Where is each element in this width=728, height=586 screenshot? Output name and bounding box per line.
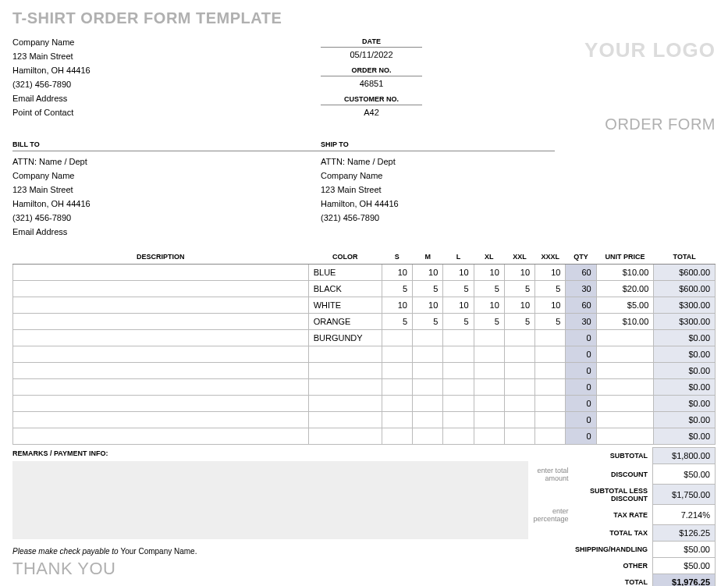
taxrate-value[interactable]: 7.214%	[653, 505, 716, 525]
cell-color[interactable]: BLACK	[308, 281, 382, 297]
cell-description[interactable]	[13, 412, 309, 428]
cell-color[interactable]	[308, 346, 382, 363]
cell-xl[interactable]: 10	[474, 297, 504, 314]
cell-xxl[interactable]	[504, 396, 534, 412]
cell-s[interactable]	[382, 428, 412, 445]
cell-xl[interactable]	[474, 363, 504, 379]
cell-xxl[interactable]	[504, 346, 534, 363]
cell-description[interactable]	[13, 281, 309, 297]
cell-description[interactable]	[13, 265, 309, 281]
cell-xl[interactable]	[474, 396, 504, 412]
cell-description[interactable]	[13, 428, 309, 445]
cell-s[interactable]: 5	[382, 281, 412, 297]
cell-xxxl[interactable]: 10	[535, 265, 566, 281]
cell-l[interactable]: 5	[443, 281, 474, 297]
cell-m[interactable]: 10	[413, 297, 443, 314]
cell-description[interactable]	[13, 330, 309, 346]
cell-m[interactable]: 10	[413, 265, 443, 281]
other-value[interactable]: $50.00	[653, 558, 716, 574]
cell-xxl[interactable]	[504, 330, 534, 346]
cell-xxxl[interactable]: 5	[535, 314, 566, 330]
cell-unitprice[interactable]: $10.00	[596, 314, 654, 330]
cell-s[interactable]: 10	[382, 265, 412, 281]
cell-l[interactable]	[443, 363, 474, 379]
cell-m[interactable]	[413, 412, 443, 428]
cell-xl[interactable]	[474, 428, 504, 445]
cell-unitprice[interactable]	[596, 330, 654, 346]
cell-s[interactable]	[382, 346, 412, 363]
cell-xl[interactable]	[474, 330, 504, 346]
remarks-box[interactable]	[12, 461, 528, 539]
cell-xxl[interactable]: 10	[504, 297, 534, 314]
cell-xxxl[interactable]	[535, 363, 566, 379]
cell-xl[interactable]	[474, 412, 504, 428]
cell-unitprice[interactable]	[596, 396, 654, 412]
cell-xxxl[interactable]	[535, 396, 566, 412]
cell-description[interactable]	[13, 314, 309, 330]
cell-xl[interactable]	[474, 346, 504, 363]
cell-s[interactable]	[382, 396, 412, 412]
cell-l[interactable]	[443, 330, 474, 346]
cell-color[interactable]	[308, 412, 382, 428]
cell-color[interactable]: WHITE	[308, 297, 382, 314]
cell-m[interactable]: 5	[413, 281, 443, 297]
cell-xl[interactable]	[474, 379, 504, 396]
cell-color[interactable]	[308, 363, 382, 379]
cell-s[interactable]	[382, 363, 412, 379]
cell-description[interactable]	[13, 396, 309, 412]
cell-m[interactable]	[413, 330, 443, 346]
cell-xxl[interactable]	[504, 412, 534, 428]
cell-l[interactable]	[443, 412, 474, 428]
cell-xl[interactable]: 10	[474, 265, 504, 281]
cell-color[interactable]	[308, 428, 382, 445]
cell-s[interactable]	[382, 330, 412, 346]
cell-xxxl[interactable]	[535, 428, 566, 445]
cell-l[interactable]	[443, 428, 474, 445]
cell-description[interactable]	[13, 346, 309, 363]
cell-color[interactable]: BURGUNDY	[308, 330, 382, 346]
cell-l[interactable]: 5	[443, 314, 474, 330]
cell-s[interactable]: 5	[382, 314, 412, 330]
cell-l[interactable]: 10	[443, 297, 474, 314]
shipping-value[interactable]: $50.00	[653, 542, 716, 558]
cell-xxxl[interactable]	[535, 412, 566, 428]
cell-description[interactable]	[13, 297, 309, 314]
cell-description[interactable]	[13, 363, 309, 379]
cell-s[interactable]	[382, 379, 412, 396]
discount-value[interactable]: $50.00	[653, 464, 716, 485]
cell-s[interactable]: 10	[382, 297, 412, 314]
cell-xxl[interactable]: 5	[504, 281, 534, 297]
cell-xxl[interactable]: 5	[504, 314, 534, 330]
cell-xxxl[interactable]	[535, 379, 566, 396]
cell-xxxl[interactable]	[535, 346, 566, 363]
cell-unitprice[interactable]: $5.00	[596, 297, 654, 314]
cell-xl[interactable]: 5	[474, 281, 504, 297]
cell-m[interactable]: 5	[413, 314, 443, 330]
cell-unitprice[interactable]: $20.00	[596, 281, 654, 297]
cell-xxl[interactable]	[504, 363, 534, 379]
cell-l[interactable]	[443, 396, 474, 412]
cell-color[interactable]: BLUE	[308, 265, 382, 281]
cell-unitprice[interactable]	[596, 379, 654, 396]
cell-xxxl[interactable]: 10	[535, 297, 566, 314]
cell-color[interactable]: ORANGE	[308, 314, 382, 330]
cell-unitprice[interactable]	[596, 363, 654, 379]
cell-unitprice[interactable]: $10.00	[596, 265, 654, 281]
cell-xxl[interactable]	[504, 428, 534, 445]
cell-m[interactable]	[413, 396, 443, 412]
cell-m[interactable]	[413, 363, 443, 379]
cell-xxxl[interactable]: 5	[535, 281, 566, 297]
cell-m[interactable]	[413, 428, 443, 445]
cell-unitprice[interactable]	[596, 346, 654, 363]
cell-s[interactable]	[382, 412, 412, 428]
cell-l[interactable]: 10	[443, 265, 474, 281]
cell-color[interactable]	[308, 379, 382, 396]
cell-unitprice[interactable]	[596, 428, 654, 445]
cell-m[interactable]	[413, 346, 443, 363]
cell-l[interactable]	[443, 379, 474, 396]
cell-color[interactable]	[308, 396, 382, 412]
cell-xl[interactable]: 5	[474, 314, 504, 330]
cell-description[interactable]	[13, 379, 309, 396]
cell-unitprice[interactable]	[596, 412, 654, 428]
cell-xxl[interactable]	[504, 379, 534, 396]
